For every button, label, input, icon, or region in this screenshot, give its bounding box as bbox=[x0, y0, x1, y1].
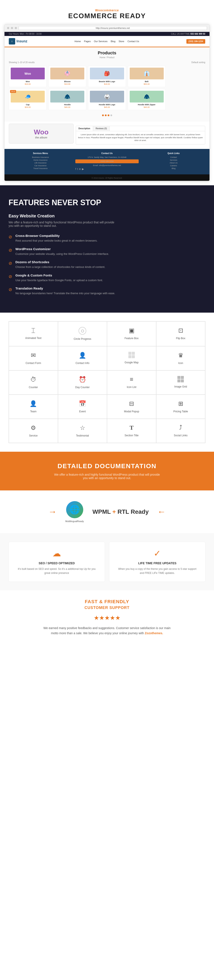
pagination[interactable] bbox=[9, 112, 205, 118]
shortcode-label: Flip Box bbox=[176, 337, 185, 340]
footer-link[interactable]: Contact bbox=[142, 156, 205, 158]
shortcode-contact-info[interactable]: 👤 Contact Info bbox=[58, 346, 107, 371]
footer-link[interactable]: Travel Insurance bbox=[9, 167, 72, 169]
footer-link[interactable]: Careers bbox=[142, 165, 205, 167]
footer-link[interactable]: Services bbox=[142, 159, 205, 161]
dot-3[interactable] bbox=[108, 115, 109, 116]
twitter-icon[interactable]: t bbox=[77, 167, 78, 170]
nav-contact[interactable]: Contact Us bbox=[128, 40, 139, 43]
product-card[interactable]: 👘 Blouse $19.99 bbox=[48, 66, 86, 87]
feature-cards-grid: ☁ SEO / SPEED OPTIMIZED It's built based… bbox=[8, 542, 206, 582]
shortcode-event[interactable]: 📅 Event bbox=[58, 395, 107, 419]
product-card[interactable]: 🎒 Beanie With Logo $18.00 bbox=[88, 66, 126, 87]
products-title: Products bbox=[9, 51, 205, 56]
event-icon: 📅 bbox=[61, 400, 104, 407]
nav-pages[interactable]: Pages bbox=[84, 40, 91, 43]
feature-desc-2: Customize your website visually, using t… bbox=[15, 252, 109, 256]
site-logo: i Insunz bbox=[9, 38, 27, 45]
footer-col-title: Contact Us bbox=[75, 152, 139, 154]
product-card[interactable]: SALE 🧢 Cap $29.00 bbox=[9, 89, 47, 110]
logo-text: Insunz bbox=[16, 39, 27, 43]
shortcode-animated-text[interactable]: ⌶ Animated Text bbox=[9, 321, 58, 346]
shortcode-image-grid[interactable]: Image Grid bbox=[156, 371, 206, 395]
nav-services[interactable]: Our Services bbox=[94, 40, 108, 43]
shortcode-label: Testimonial bbox=[76, 434, 89, 437]
footer-link[interactable]: Blog bbox=[142, 167, 205, 169]
product-img: 🥋 bbox=[90, 91, 124, 102]
browser-dot-yellow bbox=[11, 27, 13, 29]
feature-card-title: Life Time Free Updates bbox=[116, 562, 199, 565]
youtube-icon[interactable]: ▶ bbox=[82, 167, 84, 170]
social-icons: f t in ▶ bbox=[75, 167, 139, 171]
contact-info-icon: 👤 bbox=[61, 352, 104, 359]
footer-link[interactable]: Car Insurance bbox=[9, 165, 72, 167]
shortcode-flip-box[interactable]: ⊡ Flip Box bbox=[156, 321, 206, 346]
nav-blog[interactable]: Blog bbox=[111, 40, 115, 43]
shortcode-section-title[interactable]: T Section Title bbox=[107, 419, 156, 443]
shortcode-icon-list[interactable]: ≡ Icon List bbox=[107, 371, 156, 395]
product-card[interactable]: 🧥 Hoodie $45.00 bbox=[48, 89, 86, 110]
shortcode-day-counter[interactable]: ⏰ Day Counter bbox=[58, 371, 107, 395]
shortcode-icon[interactable]: ♛ Icon bbox=[156, 346, 206, 371]
dot-2[interactable] bbox=[105, 115, 107, 116]
footer-link[interactable]: Life Insurance bbox=[9, 162, 72, 164]
dot-1[interactable] bbox=[102, 115, 104, 116]
nav-home[interactable]: Home bbox=[75, 40, 81, 43]
sort-select[interactable]: Default sorting bbox=[192, 61, 205, 64]
shortcode-label: Icon bbox=[178, 362, 183, 364]
shortcode-google-map[interactable]: Google Map bbox=[107, 346, 156, 371]
shortcode-circle-progress[interactable]: ◯ Circle Progress bbox=[58, 321, 107, 346]
shortcode-label: Counter bbox=[29, 386, 38, 389]
shortcode-pricing-table[interactable]: ⊞ Pricing Table bbox=[156, 395, 206, 419]
support-link[interactable]: Zozothemes. bbox=[145, 632, 163, 635]
feature-title-2: WordPress Customizer bbox=[15, 247, 109, 251]
image-grid-icon bbox=[177, 376, 184, 382]
shortcode-social-links[interactable]: ⤴ Social Links bbox=[156, 419, 206, 443]
shortcode-label: Service bbox=[29, 434, 38, 437]
ecommerce-subtitle: Woocommerce bbox=[4, 8, 210, 12]
shortcode-label: Pricing Table bbox=[173, 410, 188, 413]
footer-link[interactable]: About Us bbox=[142, 162, 205, 164]
feature-text-3: Dozens of Shortcodes Choose from a large… bbox=[15, 260, 105, 269]
product-card[interactable]: 🥋 Hoodie With Logo $45.00 bbox=[88, 89, 126, 110]
site-nav[interactable]: Home Pages Our Services Blog Store Conta… bbox=[75, 40, 139, 43]
shortcode-label: Modal Popup bbox=[124, 410, 139, 413]
shortcode-feature-box[interactable]: ▣ Feature Box bbox=[107, 321, 156, 346]
shortcode-counter[interactable]: ⏱ Counter bbox=[9, 371, 58, 395]
footer-link[interactable]: Home Insurance bbox=[9, 159, 72, 161]
phone-button[interactable]: (333) 199-1234 bbox=[187, 39, 205, 44]
feature-card-updates: ✓ Life Time Free Updates When you buy a … bbox=[109, 542, 206, 582]
products-controls: Showing 1–10 of 20 results Default sorti… bbox=[9, 61, 205, 64]
shortcode-team[interactable]: 👤 Team bbox=[9, 395, 58, 419]
shortcode-testimonial[interactable]: ☆ Testimonial bbox=[58, 419, 107, 443]
browser-url[interactable]: http://insunz.premiumthemes.net bbox=[19, 26, 207, 30]
product-card[interactable]: 🧥 Hoodie With Zipper $45.00 bbox=[128, 89, 166, 110]
linkedin-icon[interactable]: in bbox=[79, 167, 81, 170]
product-card[interactable]: 👔 Belt $55.00 bbox=[128, 66, 166, 87]
wpml-arrow-right: ← bbox=[157, 507, 166, 517]
circle-progress-icon: ◯ bbox=[78, 327, 86, 335]
desc-tab-description[interactable]: Description bbox=[76, 126, 93, 131]
feature-item-4: ⊘ Google & Custom Fonts Use your favorit… bbox=[8, 274, 206, 282]
product-name: Hoodie With Logo bbox=[90, 103, 124, 106]
shortcode-modal-popup[interactable]: ⊟ Modal Popup bbox=[107, 395, 156, 419]
feature-cards-section: ☁ SEO / SPEED OPTIMIZED It's built based… bbox=[0, 533, 214, 590]
product-price: $55.00 bbox=[130, 83, 164, 85]
animated-text-icon: ⌶ bbox=[12, 327, 54, 334]
product-img: Woo bbox=[11, 68, 45, 80]
shortcode-service[interactable]: ⚙ Service bbox=[9, 419, 58, 443]
team-icon: 👤 bbox=[12, 400, 54, 407]
woo-area: Woo the album Description Reviews (0) Lo… bbox=[5, 121, 209, 146]
product-card[interactable]: Woo Woo $19.00 bbox=[9, 66, 47, 87]
feature-desc-3: Choose from a large collection of shortc… bbox=[15, 265, 105, 269]
nav-store[interactable]: Store bbox=[118, 40, 124, 43]
facebook-icon[interactable]: f bbox=[75, 167, 76, 170]
desc-tab-reviews[interactable]: Reviews (0) bbox=[93, 126, 110, 131]
shortcode-contact-form[interactable]: ✉ Contact Form bbox=[9, 346, 58, 371]
feature-item-5: ⊘ Translation Ready No language boundari… bbox=[8, 286, 206, 296]
product-name: Hoodie With Zipper bbox=[130, 103, 164, 106]
footer-phone-btn[interactable]: (333) 199-1234 bbox=[75, 159, 139, 163]
footer-link[interactable]: Business Insurance bbox=[9, 156, 72, 158]
dot-4[interactable] bbox=[110, 115, 112, 116]
product-price: $19.99 bbox=[50, 83, 84, 85]
